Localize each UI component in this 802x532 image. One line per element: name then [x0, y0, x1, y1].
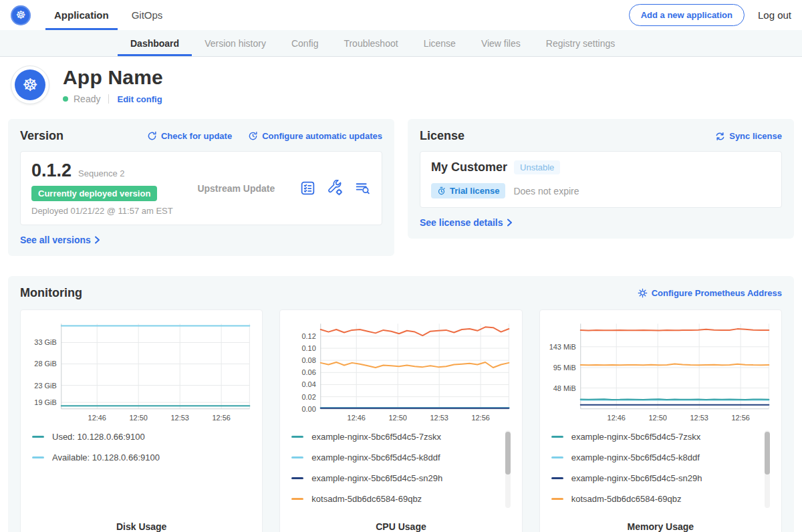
- see-license-details-link[interactable]: See license details: [420, 217, 782, 228]
- svg-text:12:53: 12:53: [170, 414, 188, 422]
- kubernetes-logo-icon[interactable]: ☸: [11, 5, 31, 25]
- legend-label: example-nginx-5bc6f5d4c5-7zskx: [311, 432, 441, 442]
- config-wrench-icon[interactable]: [327, 180, 344, 196]
- view-logs-icon[interactable]: [354, 180, 371, 196]
- svg-text:0.00: 0.00: [302, 405, 316, 413]
- svg-text:48 MiB: 48 MiB: [553, 384, 575, 392]
- svg-text:95 MiB: 95 MiB: [553, 364, 575, 372]
- svg-text:12:50: 12:50: [389, 414, 407, 422]
- svg-text:0.02: 0.02: [302, 393, 316, 401]
- tab-registry-settings[interactable]: Registry settings: [533, 30, 628, 56]
- monitoring-title: Monitoring: [20, 286, 82, 300]
- deployed-version-badge: Currently deployed version: [31, 186, 157, 201]
- svg-text:12:56: 12:56: [212, 414, 230, 422]
- tab-dashboard[interactable]: Dashboard: [118, 30, 192, 56]
- legend-swatch: [291, 456, 303, 458]
- monitoring-section: Monitoring Configure Prometheus Address …: [8, 276, 794, 532]
- edit-config-link[interactable]: Edit config: [117, 94, 162, 104]
- sync-license-link[interactable]: Sync license: [715, 131, 782, 141]
- app-icon: ☸: [11, 65, 49, 104]
- license-card: License Sync license My Customer Unstabl…: [408, 119, 794, 239]
- check-for-update-link[interactable]: Check for update: [147, 131, 232, 141]
- legend-swatch: [32, 456, 44, 458]
- svg-text:12:53: 12:53: [430, 414, 448, 422]
- legend-swatch: [551, 498, 563, 500]
- legend-item: Used: 10.128.0.66:9100: [32, 432, 251, 442]
- main-content: Version Check for update Configure autom…: [0, 114, 802, 532]
- top-navbar: ☸ ApplicationGitOps Add a new applicatio…: [0, 0, 802, 30]
- configure-automatic-updates-link[interactable]: Configure automatic updates: [248, 131, 382, 141]
- see-license-details-label: See license details: [420, 217, 503, 228]
- svg-text:0.04: 0.04: [302, 380, 316, 388]
- see-all-versions-link[interactable]: See all versions: [20, 235, 382, 245]
- svg-text:12:50: 12:50: [130, 414, 148, 422]
- legend-label: example-nginx-5bc6f5d4c5-sn29h: [571, 473, 702, 483]
- cpu-usage-card: 0.000.020.040.060.080.100.1212:4612:5012…: [279, 309, 522, 532]
- tab-version-history[interactable]: Version history: [192, 30, 279, 56]
- tab-license[interactable]: License: [411, 30, 469, 56]
- disk-usage-title: Disk Usage: [28, 521, 255, 532]
- configure-prometheus-label: Configure Prometheus Address: [652, 288, 782, 298]
- legend-label: kotsadm-5db6dc6584-69qbz: [311, 494, 422, 504]
- ready-status-dot: [63, 96, 68, 102]
- legend-swatch: [32, 436, 44, 438]
- version-source: Upstream Update: [173, 183, 299, 194]
- disk-usage-legend: Used: 10.128.0.66:9100Available: 10.128.…: [32, 432, 251, 515]
- memory-usage-chart: 48 MiB95 MiB143 MiB12:4612:5012:5312:56: [547, 318, 774, 425]
- version-number: 0.1.2: [31, 160, 72, 181]
- svg-text:12:53: 12:53: [690, 414, 708, 422]
- legend-label: Available: 10.128.0.66:9100: [52, 452, 160, 462]
- logout-link[interactable]: Log out: [758, 9, 791, 21]
- legend-swatch: [551, 477, 563, 479]
- legend-scrollbar-thumb[interactable]: [505, 432, 511, 475]
- legend-scrollbar-track[interactable]: [765, 430, 770, 508]
- app-status-text: Ready: [74, 94, 100, 104]
- tab-view-files[interactable]: View files: [469, 30, 533, 56]
- refresh-icon: [147, 131, 157, 141]
- channel-badge: Unstable: [514, 160, 560, 174]
- release-notes-icon[interactable]: [299, 180, 316, 196]
- legend-swatch: [291, 436, 303, 438]
- license-card-title: License: [420, 129, 464, 143]
- svg-text:33 GiB: 33 GiB: [34, 338, 56, 346]
- topnav-tabs: ApplicationGitOps: [45, 0, 176, 30]
- clock-refresh-icon: [248, 131, 258, 141]
- topnav-right: Add a new application Log out: [629, 0, 791, 30]
- legend-item: example-nginx-5bc6f5d4c5-sn29h: [551, 473, 770, 483]
- legend-swatch: [551, 456, 563, 458]
- license-type-label: Trial license: [450, 186, 499, 196]
- svg-text:12:46: 12:46: [88, 414, 106, 422]
- license-type-badge: Trial license: [431, 183, 505, 198]
- license-expiration: Does not expire: [513, 186, 579, 196]
- tab-config[interactable]: Config: [279, 30, 331, 56]
- kubernetes-wheel-glyph: ☸: [15, 8, 25, 22]
- add-application-button[interactable]: Add a new application: [629, 4, 745, 26]
- topnav-tab-application[interactable]: Application: [45, 0, 118, 30]
- legend-swatch: [291, 498, 303, 500]
- license-panel: My Customer Unstable Trial license Does …: [420, 151, 782, 208]
- svg-text:12:50: 12:50: [648, 414, 666, 422]
- disk-usage-card: 19 GiB23 GiB28 GiB33 GiB12:4612:5012:531…: [20, 309, 263, 532]
- legend-item: kotsadm-5db6dc6584-69qbz: [291, 494, 510, 504]
- legend-item: example-nginx-5bc6f5d4c5-sn29h: [291, 473, 510, 483]
- svg-text:12:46: 12:46: [607, 414, 625, 422]
- topnav-tab-gitops[interactable]: GitOps: [123, 0, 172, 30]
- disk-usage-chart: 19 GiB23 GiB28 GiB33 GiB12:4612:5012:531…: [28, 318, 255, 425]
- svg-text:0.12: 0.12: [302, 332, 316, 340]
- svg-text:12:56: 12:56: [472, 414, 490, 422]
- legend-label: Used: 10.128.0.66:9100: [52, 432, 145, 442]
- configure-prometheus-link[interactable]: Configure Prometheus Address: [638, 288, 782, 298]
- configure-automatic-updates-label: Configure automatic updates: [262, 131, 382, 141]
- svg-text:23 GiB: 23 GiB: [34, 382, 56, 390]
- app-subnav: DashboardVersion historyConfigTroublesho…: [0, 30, 802, 57]
- legend-item: example-nginx-5bc6f5d4c5-k8ddf: [551, 452, 770, 462]
- chevron-right-icon: [507, 219, 513, 227]
- tab-troubleshoot[interactable]: Troubleshoot: [331, 30, 410, 56]
- kubernetes-app-icon: ☸: [15, 70, 45, 100]
- legend-item: example-nginx-5bc6f5d4c5-7zskx: [551, 432, 770, 442]
- legend-scrollbar-track[interactable]: [505, 430, 511, 508]
- legend-scrollbar-thumb[interactable]: [765, 432, 770, 475]
- legend-label: example-nginx-5bc6f5d4c5-7zskx: [571, 432, 701, 442]
- app-header: ☸ App Name Ready Edit config: [0, 57, 802, 114]
- divider: [108, 94, 109, 104]
